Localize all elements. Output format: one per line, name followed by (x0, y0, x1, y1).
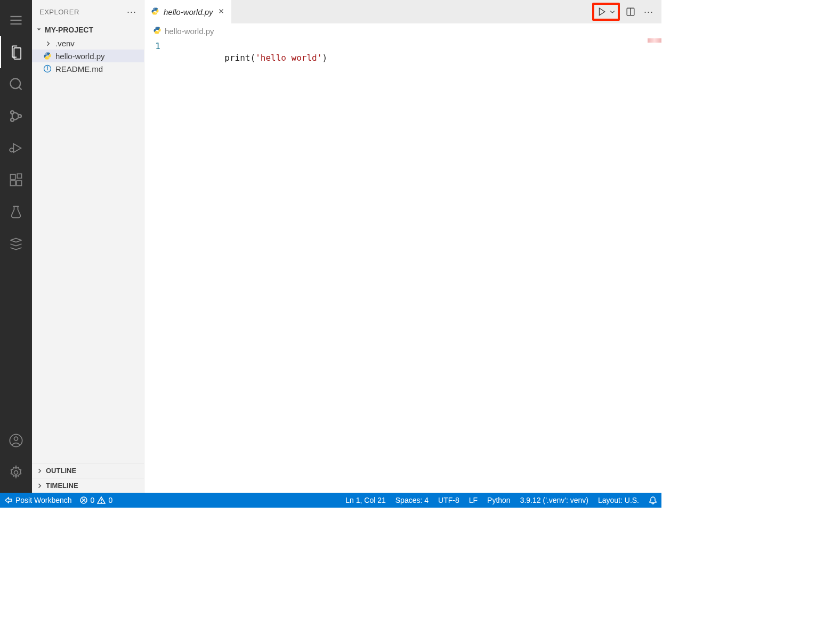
split-editor-icon[interactable] (623, 4, 638, 19)
svg-point-8 (10, 148, 13, 152)
status-indent[interactable]: Spaces: 4 (395, 496, 429, 504)
svg-point-3 (11, 79, 21, 89)
code-token-punc: ( (251, 53, 256, 63)
svg-point-17 (14, 437, 18, 441)
svg-rect-13 (17, 181, 21, 185)
project-folder-header[interactable]: MY-PROJECT (32, 23, 144, 36)
project-name: MY-PROJECT (45, 26, 93, 34)
breadcrumb-file: hello-world.py (165, 27, 214, 36)
file-tree: .venv hello-world.py README.md (32, 36, 144, 463)
code-token-string: 'hello world' (255, 53, 322, 63)
accounts-icon[interactable] (0, 425, 32, 456)
status-interpreter[interactable]: 3.9.12 ('.venv': venv) (520, 496, 588, 504)
status-bell-icon[interactable] (649, 496, 657, 504)
timeline-section[interactable]: TIMELINE (32, 478, 144, 493)
svg-point-5 (11, 111, 14, 114)
close-tab-icon[interactable] (217, 7, 225, 17)
python-icon (151, 7, 159, 17)
code-content[interactable]: print('hello world') (173, 38, 661, 493)
editor-more-icon[interactable]: ··· (641, 4, 656, 19)
outline-section[interactable]: OUTLINE (32, 463, 144, 478)
chevron-right-icon (45, 40, 52, 47)
breadcrumb[interactable]: hello-world.py (144, 23, 661, 38)
status-language[interactable]: Python (487, 496, 511, 504)
search-icon[interactable] (0, 68, 32, 100)
svg-line-4 (19, 87, 21, 89)
status-remote[interactable]: Posit Workbench (4, 496, 72, 504)
code-token-fn: print (224, 53, 250, 63)
timeline-label: TIMELINE (46, 482, 78, 490)
activity-bar (0, 0, 32, 493)
run-dropdown-icon[interactable] (608, 5, 617, 18)
tree-item-label: hello-world.py (55, 52, 105, 61)
run-debug-icon[interactable] (0, 132, 32, 164)
file-hello-world-py[interactable]: hello-world.py (32, 50, 144, 62)
info-icon (43, 64, 52, 74)
folder-venv[interactable]: .venv (32, 37, 144, 50)
python-icon (43, 51, 52, 61)
settings-gear-icon[interactable] (0, 456, 32, 488)
chevron-right-icon (36, 468, 44, 474)
editor-body[interactable]: 1 print('hello world') (144, 38, 661, 493)
line-number: 1 (144, 40, 160, 52)
file-readme-md[interactable]: README.md (32, 62, 144, 75)
svg-rect-12 (11, 181, 15, 185)
explorer-sidebar: EXPLORER ··· MY-PROJECT .venv hello-worl… (32, 0, 144, 493)
run-button-highlight (592, 3, 620, 21)
status-problems[interactable]: 0 0 (79, 496, 113, 504)
svg-point-18 (14, 471, 18, 475)
editor-tab-hello-world[interactable]: hello-world.py (144, 0, 231, 23)
sidebar-title: EXPLORER (39, 8, 79, 16)
tab-bar: hello-world.py ··· (144, 0, 661, 23)
code-token-punc: ) (322, 53, 327, 63)
chevron-right-icon (36, 483, 44, 489)
extensions-icon[interactable] (0, 164, 32, 196)
tree-item-label: README.md (55, 64, 103, 74)
minimap-marker (648, 38, 661, 43)
svg-point-21 (47, 67, 47, 67)
line-gutter: 1 (144, 38, 173, 493)
status-eol[interactable]: LF (469, 496, 478, 504)
svg-rect-14 (17, 174, 21, 178)
tree-item-label: .venv (55, 39, 75, 48)
svg-rect-11 (11, 175, 15, 180)
run-button[interactable] (595, 5, 608, 18)
status-layout[interactable]: Layout: U.S. (598, 496, 639, 504)
sidebar-more-icon[interactable]: ··· (127, 6, 136, 18)
menu-icon[interactable] (0, 4, 32, 36)
source-control-icon[interactable] (0, 100, 32, 132)
status-encoding[interactable]: UTF-8 (438, 496, 459, 504)
python-icon (153, 26, 161, 36)
chevron-down-icon (35, 26, 43, 34)
status-cursor[interactable]: Ln 1, Col 21 (345, 496, 386, 504)
explorer-icon[interactable] (0, 36, 32, 68)
svg-point-6 (11, 118, 14, 121)
test-icon[interactable] (0, 196, 32, 228)
posit-icon[interactable] (0, 228, 32, 260)
editor-area: hello-world.py ··· (144, 0, 661, 493)
status-bar: Posit Workbench 0 0 Ln 1, Col 21 Spaces:… (0, 493, 661, 508)
svg-point-30 (101, 502, 102, 503)
tab-label: hello-world.py (164, 7, 213, 17)
outline-label: OUTLINE (46, 467, 76, 475)
